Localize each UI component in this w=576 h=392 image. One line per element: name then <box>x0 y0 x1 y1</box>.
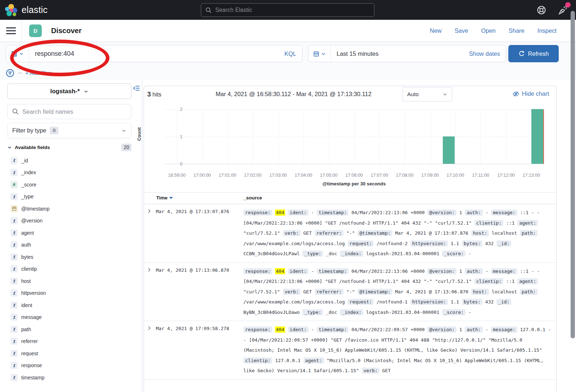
date-field-icon <box>10 205 18 212</box>
app-header: D Discover New Save Open Share Inspect <box>0 20 576 42</box>
query-input[interactable] <box>29 50 284 58</box>
histogram-bar-17:09:30[interactable] <box>443 136 455 164</box>
field-badge: _id: <box>496 240 511 247</box>
x-axis-tick: 17:04:00 <box>291 173 316 178</box>
fields-sidebar: logstash-* Filter by type 0 Available fi… <box>0 80 142 392</box>
field-item-response[interactable]: tresponse <box>7 360 135 372</box>
field-badge: clientip: <box>474 220 503 226</box>
field-badge: message: <box>491 209 517 216</box>
field-badge: response: <box>243 268 272 274</box>
help-icon[interactable] <box>537 5 546 15</box>
field-badge: @timestamp: <box>357 230 392 236</box>
sort-desc-icon <box>169 197 173 199</box>
field-item-@version[interactable]: t@version <box>7 215 135 227</box>
open-button[interactable]: Open <box>481 27 495 34</box>
field-name: _index <box>21 170 36 175</box>
search-icon <box>12 108 19 115</box>
filter-by-type-select[interactable]: Filter by type 0 <box>7 123 131 138</box>
new-button[interactable]: New <box>430 27 442 34</box>
collapse-sidebar-icon[interactable] <box>133 85 140 92</box>
field-item-path[interactable]: tpath <box>7 323 135 335</box>
save-button[interactable]: Save <box>455 27 468 34</box>
field-badge: ident: <box>288 326 309 333</box>
expand-row-icon[interactable] <box>147 267 152 272</box>
field-badge: timestamp: <box>317 268 348 274</box>
expand-row-icon[interactable] <box>147 325 152 331</box>
add-filter-button[interactable]: + Add filter <box>25 70 52 76</box>
expand-row-icon[interactable] <box>147 208 152 214</box>
field-item-clientip[interactable]: tclientip <box>7 263 135 275</box>
field-badge: auth: <box>465 326 482 333</box>
histogram-bar-17:13:00[interactable] <box>531 109 544 164</box>
date-quick-select-button[interactable] <box>309 45 331 62</box>
field-item-auth[interactable]: tauth <box>7 239 135 251</box>
field-search-input[interactable] <box>22 108 126 115</box>
share-button[interactable]: Share <box>509 27 525 34</box>
chevron-down-icon <box>19 51 24 56</box>
field-badge: @version: <box>427 268 456 274</box>
field-item-_type[interactable]: t_type <box>7 191 135 203</box>
field-badge: timestamp: <box>317 209 348 216</box>
time-column-header[interactable]: Time <box>156 195 173 200</box>
query-language-button[interactable]: KQL <box>284 50 302 57</box>
available-fields-label: Available fields <box>15 145 50 150</box>
news-feed-icon[interactable] <box>558 5 568 15</box>
show-dates-button[interactable]: Show dates <box>469 50 506 57</box>
field-badge: @version: <box>427 326 456 333</box>
page-scrollbar[interactable] <box>571 11 575 338</box>
gridline <box>303 109 304 164</box>
field-name: ident <box>21 302 32 308</box>
field-item-_index[interactable]: t_index <box>7 167 135 179</box>
available-fields-header[interactable]: Available fields 20 <box>7 143 131 152</box>
current-time-marker <box>543 109 544 164</box>
global-search[interactable] <box>201 3 374 17</box>
index-pattern-select[interactable]: logstash-* <box>7 84 131 99</box>
time-range-value[interactable]: Last 15 minutes <box>331 50 469 57</box>
field-badge: response: <box>243 209 272 216</box>
field-name: referrer <box>21 338 38 344</box>
documents-table-header: Time _source <box>144 192 556 204</box>
interval-select[interactable]: Auto <box>402 87 452 102</box>
inspect-button[interactable]: Inspect <box>537 27 557 34</box>
y-axis-tick: 2 <box>168 107 183 112</box>
field-name: timestamp <box>21 375 45 380</box>
field-item-agent[interactable]: tagent <box>7 227 135 239</box>
field-item-_id[interactable]: t_id <box>7 154 135 167</box>
gridline <box>253 109 253 164</box>
field-item-bytes[interactable]: tbytes <box>7 251 135 263</box>
number-field-icon: # <box>10 181 18 188</box>
field-item-referrer[interactable]: treferrer <box>7 335 135 348</box>
y-axis-tick: 1 <box>168 134 183 139</box>
x-axis-tick: 17:10:00 <box>443 173 468 178</box>
field-item-httpversion[interactable]: thttpversion <box>7 287 135 299</box>
field-item-timestamp[interactable]: ttimestamp <box>7 371 135 384</box>
field-item-ident[interactable]: tident <box>7 299 135 311</box>
menu-icon[interactable] <box>6 27 16 34</box>
filter-separator <box>18 73 22 73</box>
gridline <box>329 109 329 164</box>
field-item-request[interactable]: trequest <box>7 347 135 360</box>
field-item-@timestamp[interactable]: @timestamp <box>7 203 135 215</box>
filter-icon[interactable] <box>6 69 14 77</box>
app-badge: D <box>29 24 42 37</box>
field-badge: host: <box>471 230 489 236</box>
hide-chart-button[interactable]: Hide chart <box>513 90 549 97</box>
gridline <box>481 109 481 164</box>
field-badge: httpversion: <box>410 240 448 247</box>
source-column-header: _source <box>243 195 262 200</box>
x-axis-tick: 17:13:00 <box>519 173 544 178</box>
refresh-button[interactable]: Refresh <box>508 45 559 62</box>
histogram-chart: Count 01216:59:0017:00:0017:01:0017:02:0… <box>144 104 556 192</box>
elastic-logo[interactable]: elastic <box>0 4 48 17</box>
field-item-_score[interactable]: #_score <box>7 179 135 191</box>
field-badge: ident: <box>288 268 309 274</box>
documents-table-body: Mar 4, 2021 @ 17:13:07.876response: 404 … <box>144 204 556 392</box>
field-name: clientip <box>21 266 37 272</box>
global-search-input[interactable] <box>215 7 370 13</box>
field-item-message[interactable]: tmessage <box>7 311 135 324</box>
field-badge: @version: <box>427 209 456 216</box>
x-axis-tick: 17:00:00 <box>190 173 215 178</box>
filter-by-type-label: Filter by type <box>12 127 46 134</box>
saved-query-menu-button[interactable] <box>6 45 29 62</box>
field-item-host[interactable]: thost <box>7 275 135 287</box>
